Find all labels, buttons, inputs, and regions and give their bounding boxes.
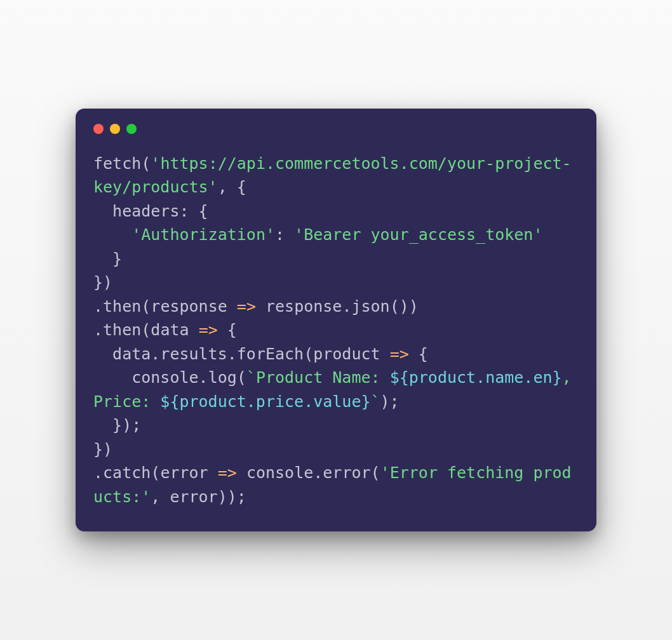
code-token: , {: [218, 178, 246, 196]
code-block: fetch('https://api.commercetools.com/you…: [93, 152, 579, 509]
code-token: then: [103, 297, 141, 316]
code-token: 'Authorization': [131, 225, 275, 244]
code-token: ${product.price.value}: [160, 392, 370, 411]
code-token: [208, 463, 218, 482]
code-window: fetch('https://api.commercetools.com/you…: [76, 109, 596, 532]
code-token: });: [93, 416, 141, 434]
code-token: :: [275, 225, 294, 244]
code-token: [189, 321, 199, 339]
code-token: =>: [218, 463, 237, 482]
maximize-icon[interactable]: [126, 124, 137, 134]
code-token: fetch: [93, 154, 141, 173]
traffic-lights: [93, 124, 579, 134]
close-icon[interactable]: [93, 124, 104, 134]
code-token: (: [141, 154, 151, 173]
code-token: .: [93, 321, 103, 339]
code-token: 'Bearer your_access_token': [294, 225, 542, 244]
code-token: json: [351, 297, 389, 316]
minimize-icon[interactable]: [110, 124, 120, 134]
code-token: (: [141, 297, 151, 316]
code-token: =>: [237, 297, 256, 316]
code-token: {: [409, 345, 428, 363]
code-token: (: [237, 368, 246, 387]
code-token: console.: [237, 463, 323, 482]
code-token: =>: [199, 321, 218, 339]
code-token: catch: [103, 463, 151, 482]
code-token: =>: [390, 345, 409, 363]
code-token: .: [93, 297, 103, 316]
code-token: product: [313, 345, 380, 363]
code-token: );: [380, 392, 400, 411]
code-token: forEach: [237, 345, 304, 363]
code-token: [380, 345, 390, 363]
code-token: .: [93, 463, 103, 482]
code-token: error: [323, 463, 370, 482]
code-token: [227, 297, 237, 316]
code-token: data.results.: [93, 345, 237, 363]
code-token: console.: [93, 368, 208, 387]
code-token: then: [103, 321, 141, 339]
code-token: (: [141, 321, 151, 339]
code-token: error: [160, 463, 208, 482]
code-token: response: [151, 297, 227, 316]
code-token: `: [371, 392, 380, 411]
code-token: 'https://api.commercetools.com/your-proj…: [93, 154, 572, 197]
code-token: data: [151, 321, 189, 339]
code-token: response.: [256, 297, 352, 316]
code-token: (: [304, 345, 313, 363]
code-token: , error));: [151, 488, 246, 506]
code-token: } }): [93, 250, 122, 292]
code-token: ()): [390, 297, 419, 316]
code-token: (: [371, 463, 380, 482]
code-token: {: [218, 321, 237, 339]
code-token: log: [208, 368, 237, 387]
code-token: }): [93, 440, 112, 458]
code-token: `Product Name:: [246, 368, 390, 387]
code-token: [93, 225, 131, 244]
code-token: (: [151, 463, 160, 482]
code-token: ${product.name.en}: [390, 368, 562, 387]
code-token: headers: {: [93, 202, 208, 220]
